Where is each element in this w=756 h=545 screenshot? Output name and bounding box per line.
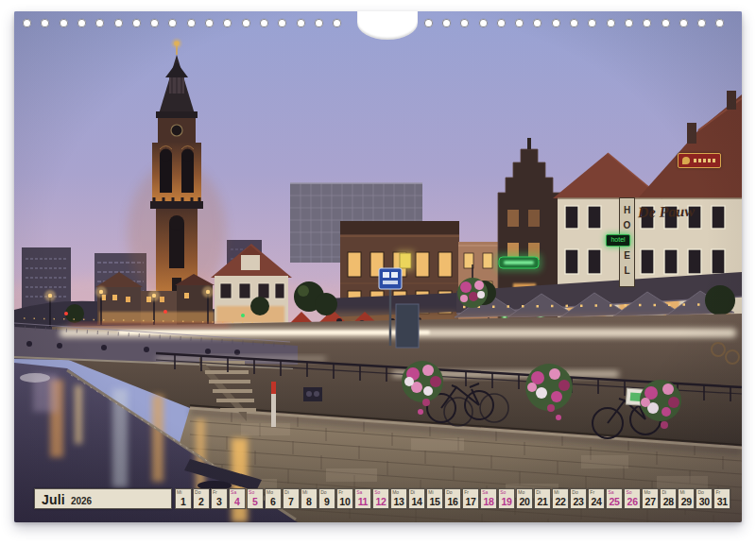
day-number: 28 bbox=[661, 496, 676, 507]
calendar-day-cell: Di 21 bbox=[534, 488, 551, 509]
weekday-abbr: Fr bbox=[213, 489, 217, 495]
calendar-day-cell: Sa 25 bbox=[606, 488, 623, 509]
day-number: 14 bbox=[409, 496, 424, 507]
calendar-day-cell: Sa 18 bbox=[480, 488, 497, 509]
weekday-abbr: Do bbox=[320, 489, 326, 495]
calendar-day-cell: Fr 31 bbox=[713, 488, 730, 509]
weekday-abbr: Sa bbox=[482, 489, 488, 495]
weekday-abbr: Do bbox=[697, 489, 703, 495]
day-number: 25 bbox=[607, 496, 622, 507]
weekday-abbr: Fr bbox=[338, 489, 343, 495]
day-number: 1 bbox=[176, 496, 191, 507]
calendar-day-cell: Do 9 bbox=[318, 488, 335, 509]
day-number: 19 bbox=[499, 496, 514, 507]
weekday-abbr: Mo bbox=[518, 489, 524, 495]
calendar-day-cell: Mi 8 bbox=[301, 488, 318, 509]
calendar-day-cell: So 5 bbox=[247, 488, 264, 509]
binding-hole bbox=[242, 19, 250, 27]
day-number: 15 bbox=[427, 496, 442, 507]
calendar-day-cell: Fr 10 bbox=[336, 488, 353, 509]
calendar-day-cell: Mo 20 bbox=[516, 488, 533, 509]
calendar-day-cell: So 12 bbox=[372, 488, 389, 509]
calendar-day-cell: Di 28 bbox=[660, 488, 677, 509]
binding-hole bbox=[679, 19, 688, 27]
month-label: Juli 2026 bbox=[34, 488, 172, 509]
day-number: 9 bbox=[319, 496, 335, 507]
day-number: 23 bbox=[571, 496, 586, 507]
hotel-name-sign: De Pauw bbox=[638, 202, 733, 226]
binding-hole bbox=[187, 19, 196, 27]
weekday-abbr: Sa bbox=[356, 489, 362, 495]
calendar-product-shot: HOTEL De Pauw hotel Juli 2026 Mi 1 Do 2 … bbox=[0, 0, 756, 545]
weekday-abbr: Fr bbox=[464, 489, 469, 495]
calendar-day-cell: Mo 6 bbox=[265, 488, 282, 509]
weekday-abbr: Sa bbox=[231, 489, 236, 495]
day-number: 24 bbox=[589, 496, 604, 507]
binding-hole bbox=[662, 19, 670, 27]
day-number: 4 bbox=[230, 496, 245, 507]
day-number: 26 bbox=[625, 496, 640, 507]
year-label: 2026 bbox=[71, 496, 92, 506]
day-number: 27 bbox=[643, 496, 658, 507]
binding-hole bbox=[260, 19, 268, 27]
calendar-day-cell: Mi 1 bbox=[175, 488, 192, 509]
binding-hole bbox=[442, 19, 451, 27]
weekday-abbr: Mo bbox=[644, 489, 650, 495]
calendar-day-cell: Fr 17 bbox=[462, 488, 479, 509]
weekday-abbr: Do bbox=[572, 489, 577, 495]
binding-hole bbox=[60, 19, 68, 27]
day-number: 18 bbox=[481, 496, 496, 507]
calendar-day-cell: So 19 bbox=[498, 488, 515, 509]
weekday-abbr: Di bbox=[536, 489, 541, 495]
day-number: 22 bbox=[553, 496, 568, 507]
binding-hole bbox=[114, 19, 123, 27]
day-number: 6 bbox=[266, 496, 281, 507]
day-number: 3 bbox=[212, 496, 227, 507]
day-number: 11 bbox=[355, 496, 370, 507]
calendar-day-cell: Do 16 bbox=[444, 488, 461, 509]
calendar-day-cell: Sa 11 bbox=[354, 488, 371, 509]
calendar-day-cell: Fr 24 bbox=[588, 488, 605, 509]
calendar-day-cell: Di 14 bbox=[408, 488, 425, 509]
day-number: 17 bbox=[463, 496, 478, 507]
weekday-abbr: Di bbox=[284, 489, 289, 495]
day-number: 30 bbox=[696, 496, 712, 507]
binding-hole bbox=[607, 19, 615, 27]
binding-hole bbox=[315, 19, 323, 27]
weekday-abbr: Mi bbox=[428, 489, 433, 495]
day-number: 31 bbox=[714, 496, 730, 507]
binding-hole bbox=[497, 19, 506, 27]
day-number: 7 bbox=[284, 496, 299, 507]
weekday-abbr: Fr bbox=[715, 489, 720, 495]
day-number: 5 bbox=[248, 496, 263, 507]
binding-hole bbox=[479, 19, 488, 27]
weekday-abbr: Mi bbox=[302, 489, 307, 495]
weekday-abbr: Di bbox=[662, 489, 666, 495]
binding-hole bbox=[297, 19, 305, 27]
calendar-day-cell: Mi 22 bbox=[552, 488, 569, 509]
calendar-day-cell: Mi 15 bbox=[426, 488, 443, 509]
weekday-abbr: So bbox=[374, 489, 380, 495]
weekday-abbr: Mi bbox=[679, 489, 684, 495]
calendar-day-cell: Di 7 bbox=[283, 488, 300, 509]
month-name: Juli bbox=[42, 492, 65, 507]
beer-brand-sign bbox=[678, 153, 721, 168]
calendar-day-cell: Sa 4 bbox=[229, 488, 246, 509]
weekday-abbr: Mi bbox=[554, 489, 558, 495]
day-number: 13 bbox=[391, 496, 406, 507]
day-number: 10 bbox=[337, 496, 352, 507]
calendar-day-cell: Do 2 bbox=[193, 488, 210, 509]
day-number: 8 bbox=[301, 496, 317, 507]
calendar-day-cell: Do 23 bbox=[570, 488, 587, 509]
weekday-abbr: Mo bbox=[392, 489, 399, 495]
day-number: 20 bbox=[517, 496, 532, 507]
binding-hole bbox=[132, 19, 141, 27]
weekday-abbr: So bbox=[626, 489, 631, 495]
calendar-day-cell: Mi 29 bbox=[678, 488, 695, 509]
day-number: 2 bbox=[194, 496, 209, 507]
weekday-abbr: Do bbox=[446, 489, 452, 495]
weekday-abbr: Mi bbox=[177, 489, 181, 495]
weekday-abbr: So bbox=[249, 489, 254, 495]
calendar-page: HOTEL De Pauw hotel Juli 2026 Mi 1 Do 2 … bbox=[14, 11, 742, 522]
day-strip: Mi 1 Do 2 Fr 3 Sa 4 So 5 Mo 6 Di 7 Mi bbox=[175, 488, 730, 509]
